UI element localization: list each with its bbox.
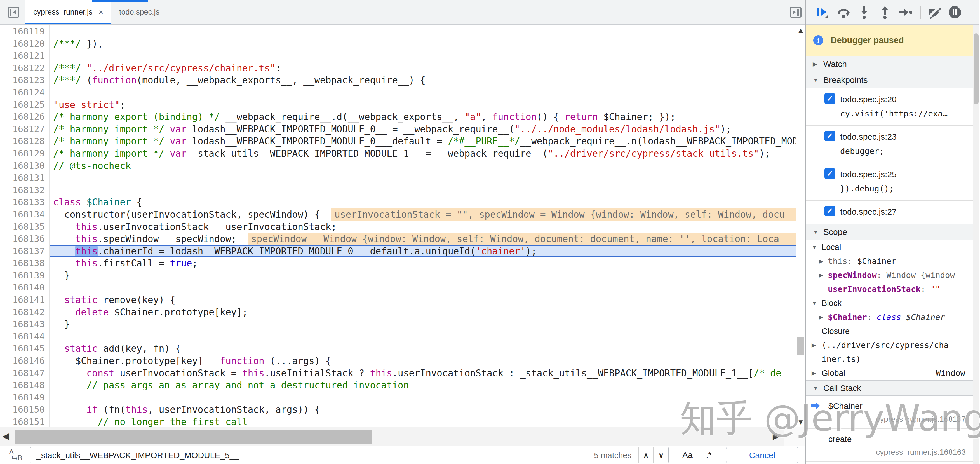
breakpoint-item[interactable]: ✓todo.spec.js:27 (806, 201, 979, 224)
pause-on-exceptions-icon[interactable] (948, 6, 961, 19)
vertical-scrollbar-thumb[interactable] (797, 336, 804, 355)
code-line[interactable]: static add(key, fn) { (50, 343, 796, 355)
line-number[interactable]: 168125 (0, 99, 49, 111)
code-line[interactable] (50, 282, 796, 294)
scope-item[interactable]: ▶(../driver/src/cypress/cha (806, 338, 979, 352)
tab-cypress-runner[interactable]: cypress_runner.js × (25, 0, 111, 24)
line-number[interactable]: 168124 (0, 86, 49, 99)
code-line[interactable]: const userInvocationStack = this.useInit… (50, 367, 796, 379)
code-line[interactable]: this.specWindow = specWindow;specWindow … (50, 233, 796, 245)
breakpoint-item[interactable]: ✓todo.spec.js:25}).debug(); (806, 163, 979, 201)
line-number[interactable]: 168141 (0, 294, 49, 306)
chevron-right-icon[interactable]: ▶ (819, 272, 823, 279)
section-watch[interactable]: ▶ Watch (806, 56, 979, 72)
line-number[interactable]: 168144 (0, 330, 49, 343)
code-line[interactable] (50, 392, 796, 404)
line-number[interactable]: 168148 (0, 379, 49, 392)
chevron-right-icon[interactable]: ▶ (811, 370, 816, 376)
call-stack-frame[interactable]: createcypress_runner.js:168163 (806, 429, 979, 462)
code-line[interactable]: /* harmony export (binding) */ __webpack… (50, 111, 796, 123)
search-input[interactable]: _stack_utils__WEBPACK_IMPORTED_MODULE_5_… (37, 451, 587, 460)
step-icon[interactable] (899, 6, 912, 19)
line-number[interactable]: 168142 (0, 306, 49, 319)
line-number[interactable]: 168149 (0, 392, 49, 404)
next-match-button[interactable]: ∨ (653, 447, 668, 464)
line-number[interactable]: 168140 (0, 282, 49, 294)
scope-item[interactable]: ▶GlobalWindow (806, 366, 979, 380)
line-number[interactable]: 168134 (0, 209, 49, 221)
code-content[interactable]: /***/ }),/***/ "../driver/src/cypress/ch… (50, 25, 796, 427)
step-out-icon[interactable] (878, 6, 892, 19)
scope-item[interactable]: ▶$Chainer: class $Chainer (806, 310, 979, 324)
line-number[interactable]: 168150 (0, 403, 49, 416)
scope-item[interactable]: Closure (806, 324, 979, 338)
chevron-right-icon[interactable]: ▶ (819, 314, 823, 320)
line-number[interactable]: 168145 (0, 343, 49, 355)
line-number[interactable]: 168146 (0, 355, 49, 367)
replace-toggle-icon[interactable]: A⮡B (8, 449, 25, 461)
cancel-button[interactable]: Cancel (726, 446, 799, 464)
line-number[interactable]: 168123 (0, 74, 49, 86)
chevron-down-icon[interactable]: ▼ (811, 244, 817, 250)
close-tab-icon[interactable]: × (99, 8, 103, 16)
code-line[interactable] (50, 86, 796, 99)
code-line[interactable]: } (50, 269, 796, 282)
line-number[interactable]: 168119 (0, 26, 49, 38)
code-line[interactable] (50, 184, 796, 196)
scope-item[interactable]: userInvocationStack: "" (806, 282, 979, 296)
code-line[interactable] (50, 330, 796, 343)
resume-script-icon[interactable] (816, 6, 829, 19)
code-line[interactable]: /* harmony import */ var _stack_utils__W… (50, 147, 796, 160)
search-input-box[interactable]: _stack_utils__WEBPACK_IMPORTED_MODULE_5_… (30, 446, 669, 464)
section-breakpoints[interactable]: ▼ Breakpoints (806, 72, 979, 88)
code-line[interactable]: this.userInvocationStack = userInvocatio… (50, 221, 796, 233)
paused-code-line[interactable]: this.chainerId = lodash__WEBPACK_IMPORTE… (50, 245, 796, 257)
line-number[interactable]: 168139 (0, 269, 49, 282)
line-number[interactable]: 168129 (0, 147, 49, 160)
chevron-right-icon[interactable]: ▶ (819, 258, 823, 265)
hide-navigator-icon[interactable] (6, 5, 21, 19)
scope-item[interactable]: ▼Local (806, 240, 979, 254)
breakpoint-checkbox[interactable]: ✓ (824, 93, 835, 104)
line-number[interactable]: 168133 (0, 196, 49, 209)
line-number[interactable]: 168135 (0, 221, 49, 233)
code-line[interactable]: static remove(key) { (50, 294, 796, 306)
step-over-icon[interactable] (837, 6, 850, 19)
scroll-right-icon[interactable]: ▶ (773, 431, 780, 441)
match-case-button[interactable]: Aa (682, 450, 693, 460)
line-number[interactable]: 168136 (0, 233, 49, 245)
code-line[interactable]: /***/ "../driver/src/cypress/chainer.ts"… (50, 62, 796, 75)
sidebar-scrollbar[interactable] (973, 26, 979, 464)
line-number[interactable]: 168127 (0, 123, 49, 136)
step-into-icon[interactable] (858, 6, 871, 19)
code-line[interactable]: /* harmony import */ var lodash__WEBPACK… (50, 135, 796, 147)
code-line[interactable]: "use strict"; (50, 99, 796, 111)
regex-button[interactable]: .* (706, 451, 711, 459)
vertical-scrollbar[interactable]: ▲ ▼ (796, 25, 805, 427)
line-number[interactable]: 168122 (0, 62, 49, 75)
call-stack-frame-clipped[interactable] (806, 462, 979, 464)
breakpoint-checkbox[interactable]: ✓ (824, 131, 835, 141)
code-line[interactable]: // no longer the first call (50, 416, 796, 427)
horizontal-scrollbar-thumb[interactable] (15, 430, 372, 443)
code-line[interactable]: this.firstCall = true; (50, 257, 796, 269)
breakpoint-item[interactable]: ✓todo.spec.js:20cy.visit('https://exa… (806, 88, 979, 126)
scroll-down-icon[interactable]: ▼ (796, 418, 805, 426)
line-number[interactable]: 168137 (0, 245, 49, 257)
code-editor[interactable]: 1681191681201681211681221681231681241681… (0, 25, 805, 427)
section-call-stack[interactable]: ▼ Call Stack (806, 380, 979, 396)
chevron-down-icon[interactable]: ▼ (811, 300, 817, 306)
breakpoint-checkbox[interactable]: ✓ (824, 206, 835, 216)
line-number-gutter[interactable]: 1681191681201681211681221681231681241681… (0, 25, 50, 427)
scope-item[interactable]: iner.ts) (806, 352, 979, 366)
line-number[interactable]: 168151 (0, 416, 49, 427)
line-number[interactable]: 168138 (0, 257, 49, 269)
scroll-left-icon[interactable]: ◀ (2, 431, 9, 441)
line-number[interactable]: 168126 (0, 111, 49, 123)
code-line[interactable]: // pass args an as array and not a destr… (50, 379, 796, 392)
line-number[interactable]: 168132 (0, 184, 49, 196)
line-number[interactable]: 168143 (0, 318, 49, 330)
code-line[interactable]: if (fn(this, userInvocationStack, args))… (50, 403, 796, 416)
scroll-up-icon[interactable]: ▲ (796, 26, 805, 35)
horizontal-scrollbar[interactable]: ◀ ▶ (0, 427, 805, 445)
